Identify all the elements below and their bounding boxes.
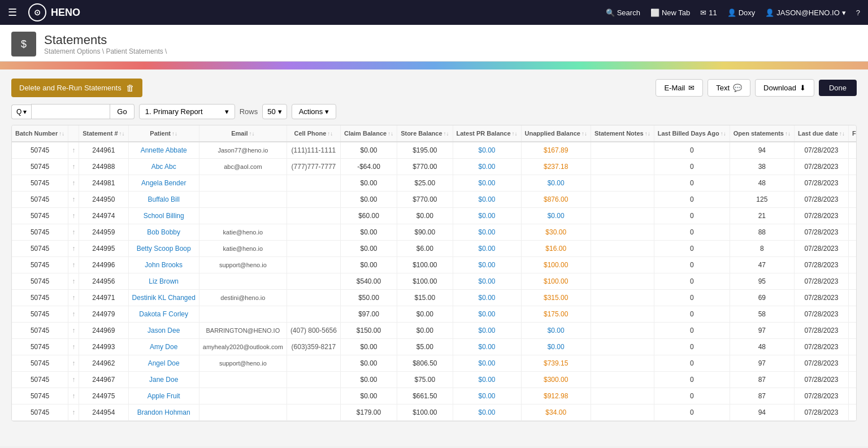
cell-pr-bal[interactable]: $0.00	[453, 142, 521, 159]
cell-upload[interactable]: ↑	[68, 142, 79, 159]
cell-phone	[287, 224, 340, 241]
cell-upload[interactable]: ↑	[68, 323, 79, 339]
cell-unapplied[interactable]: $175.00	[521, 306, 591, 323]
text-button[interactable]: Text 💬	[708, 79, 750, 97]
user-menu[interactable]: 👤 JASON@HENO.IO ▾	[765, 8, 845, 17]
cell-open-stmts: 21	[730, 208, 794, 224]
cell-upload[interactable]: ↑	[68, 339, 79, 355]
cell-last-due: 07/28/2023	[794, 372, 848, 388]
go-button[interactable]: Go	[110, 104, 134, 119]
cell-upload[interactable]: ↑	[68, 404, 79, 421]
cell-unapplied[interactable]: $739.15	[521, 355, 591, 372]
cell-pr-bal[interactable]: $0.00	[453, 159, 521, 175]
cell-pr-bal[interactable]: $0.00	[453, 273, 521, 290]
cell-pr-bal[interactable]: $0.00	[453, 224, 521, 241]
cell-pr-bal[interactable]: $0.00	[453, 208, 521, 224]
cell-upload[interactable]: ↑	[68, 388, 79, 404]
rows-select[interactable]: 50 ▾	[262, 104, 287, 119]
search-input[interactable]	[31, 104, 110, 119]
cell-patient[interactable]: Jason Dee	[128, 323, 199, 339]
cell-upload[interactable]: ↑	[68, 290, 79, 306]
cell-patient[interactable]: Liz Brown	[128, 273, 199, 290]
cell-patient[interactable]: Angel Doe	[128, 355, 199, 372]
cell-unapplied[interactable]: $100.00	[521, 257, 591, 273]
cell-pr-bal[interactable]: $0.00	[453, 290, 521, 306]
cell-unapplied[interactable]: $30.00	[521, 224, 591, 241]
cell-unapplied[interactable]: $912.98	[521, 388, 591, 404]
page-header: $ Statements Statement Options \ Patient…	[0, 25, 868, 62]
main-content: Delete and Re-Run Statements 🗑 E-Mail ✉ …	[0, 69, 868, 446]
cell-unapplied[interactable]: $300.00	[521, 372, 591, 388]
col-email: Email ↑↓	[199, 125, 287, 142]
cell-upload[interactable]: ↑	[68, 208, 79, 224]
cell-pr-bal[interactable]: $0.00	[453, 339, 521, 355]
cell-patient[interactable]: Annette Abbate	[128, 142, 199, 159]
cell-unapplied[interactable]: $0.00	[521, 323, 591, 339]
new-tab-button[interactable]: ⬜ New Tab	[650, 8, 690, 17]
cell-patient[interactable]: School Billing	[128, 208, 199, 224]
cell-upload[interactable]: ↑	[68, 257, 79, 273]
cell-upload[interactable]: ↑	[68, 273, 79, 290]
cell-pr-bal[interactable]: $0.00	[453, 404, 521, 421]
cell-patient[interactable]: Jane Doe	[128, 372, 199, 388]
cell-pr-bal[interactable]: $0.00	[453, 323, 521, 339]
cell-upload[interactable]: ↑	[68, 159, 79, 175]
cell-pr-bal[interactable]: $0.00	[453, 257, 521, 273]
cell-upload[interactable]: ↑	[68, 192, 79, 208]
cell-pr-bal[interactable]: $0.00	[453, 372, 521, 388]
cell-patient[interactable]: John Brooks	[128, 257, 199, 273]
cell-notes	[591, 159, 654, 175]
cell-email	[199, 175, 287, 192]
cell-unapplied[interactable]: $34.00	[521, 404, 591, 421]
cell-patient[interactable]: Apple Fruit	[128, 388, 199, 404]
cell-claim-bal: $0.00	[340, 175, 397, 192]
cell-patient[interactable]: Buffalo Bill	[128, 192, 199, 208]
cell-patient[interactable]: Amy Doe	[128, 339, 199, 355]
actions-button[interactable]: Actions ▾	[292, 104, 337, 119]
cell-upload[interactable]: ↑	[68, 241, 79, 257]
cell-unapplied[interactable]: $0.00	[521, 175, 591, 192]
cell-unapplied[interactable]: $237.18	[521, 159, 591, 175]
cell-open-stmts: 97	[730, 323, 794, 339]
cell-patient[interactable]: Abc Abc	[128, 159, 199, 175]
cell-unapplied[interactable]: $100.00	[521, 273, 591, 290]
cell-upload[interactable]: ↑	[68, 175, 79, 192]
done-button[interactable]: Done	[819, 80, 857, 96]
cell-batch: 50745	[12, 192, 68, 208]
cell-claim-bal: $60.00	[340, 208, 397, 224]
cell-unapplied[interactable]: $0.00	[521, 208, 591, 224]
cell-pr-bal[interactable]: $0.00	[453, 306, 521, 323]
cell-upload[interactable]: ↑	[68, 372, 79, 388]
hamburger-menu[interactable]: ☰	[8, 6, 17, 19]
cell-upload[interactable]: ↑	[68, 355, 79, 372]
cell-upload[interactable]: ↑	[68, 224, 79, 241]
cell-upload[interactable]: ↑	[68, 306, 79, 323]
delete-rerun-button[interactable]: Delete and Re-Run Statements 🗑	[11, 79, 142, 97]
download-button[interactable]: Download ⬇	[755, 79, 814, 97]
cell-pr-bal[interactable]: $0.00	[453, 175, 521, 192]
search-type-dropdown[interactable]: Q ▾	[11, 105, 31, 119]
cell-pr-bal[interactable]: $0.00	[453, 241, 521, 257]
cell-unapplied[interactable]: $0.00	[521, 339, 591, 355]
help-button[interactable]: ?	[856, 8, 860, 17]
report-select[interactable]: 1. Primary Report ▾	[139, 104, 235, 119]
cell-pr-bal[interactable]: $0.00	[453, 355, 521, 372]
search-button[interactable]: 🔍 Search	[606, 8, 640, 17]
cell-patient[interactable]: Angela Bender	[128, 175, 199, 192]
cell-pr-bal[interactable]: $0.00	[453, 388, 521, 404]
email-button[interactable]: E-Mail ✉	[656, 79, 703, 97]
cell-unapplied[interactable]: $315.00	[521, 290, 591, 306]
col-last-due-date: Last due date ↑↓	[794, 125, 848, 142]
cell-patient[interactable]: Brandon Hohman	[128, 404, 199, 421]
cell-unapplied[interactable]: $16.00	[521, 241, 591, 257]
cell-claim-bal: $97.00	[340, 306, 397, 323]
cell-pr-bal[interactable]: $0.00	[453, 192, 521, 208]
cell-patient[interactable]: Destinik KL Changed	[128, 290, 199, 306]
cell-unapplied[interactable]: $167.89	[521, 142, 591, 159]
mail-button[interactable]: ✉ 11	[700, 8, 717, 17]
cell-patient[interactable]: Betty Scoop Boop	[128, 241, 199, 257]
cell-patient[interactable]: Dakota F Corley	[128, 306, 199, 323]
cell-unapplied[interactable]: $876.00	[521, 192, 591, 208]
doxy-button[interactable]: 👤 Doxy	[727, 8, 756, 17]
cell-patient[interactable]: Bob Bobby	[128, 224, 199, 241]
